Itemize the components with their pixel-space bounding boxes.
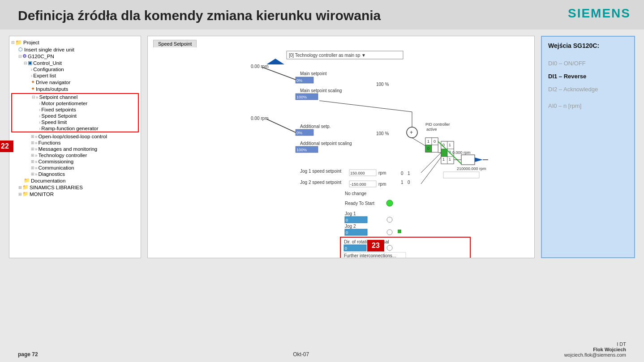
title-area: Definicja źródła dla komendy zmiana kier…: [0, 0, 644, 30]
tree-label: Control_Unit: [33, 60, 62, 66]
arrow-icon: ›: [39, 114, 40, 119]
svg-text:Jog 1: Jog 1: [345, 211, 356, 216]
info-line-ai0: AI0 – n [rpm]: [548, 102, 628, 109]
tree-label: MONITOR: [30, 192, 54, 197]
arrow-icon: »: [35, 147, 38, 152]
tree-item-functions[interactable]: ⊞ » Functions: [31, 140, 139, 146]
svg-text:0.00 rpm: 0.00 rpm: [251, 116, 268, 121]
arrow-icon: ›: [31, 67, 32, 72]
tree-item-inputs[interactable]: ✦ Inputs/outputs: [31, 85, 139, 92]
info-box-title: Wejścia SG120C:: [548, 42, 628, 49]
tree-item-sinamics[interactable]: ⊞ 📁 SINAMICS LIBRARIES: [18, 184, 139, 191]
tree-item-communication[interactable]: ⊞ » Communication: [31, 165, 139, 171]
tree-label: Configuration: [33, 67, 64, 72]
tree-item-control-unit[interactable]: ⊟ ▣ Control_Unit: [24, 60, 139, 66]
expand-icon: ⊟: [32, 95, 35, 99]
tree-label: Commissioning: [39, 159, 74, 164]
svg-text:1: 1: [442, 150, 445, 154]
svg-text:Jog 1 speed setpoint: Jog 1 speed setpoint: [300, 169, 342, 174]
tree-item-tech-controller[interactable]: ⊞ » Technology controller: [31, 152, 139, 158]
svg-text:1: 1: [449, 157, 451, 162]
tree-item-config[interactable]: › Configuration: [31, 66, 139, 72]
svg-point-81: [387, 245, 392, 251]
tree-item-motor-pot[interactable]: › Motor potentiometer: [39, 100, 138, 106]
inputs-icon: ✦: [31, 86, 35, 92]
tree-item-setpoint-channel[interactable]: ⊟ » Setpoint channel: [32, 94, 138, 100]
svg-text:100%: 100%: [296, 95, 307, 99]
tree-label: Communication: [39, 165, 74, 170]
footer: page 72 Okt-07 I DT Flok Wojciech wojcie…: [0, 341, 644, 358]
tree-item-commissioning[interactable]: ⊞ » Commissioning: [31, 158, 139, 165]
arrow-icon: ›: [39, 101, 40, 106]
tree-item-g120c[interactable]: ⊟ ⚙ G120C_PN: [18, 53, 139, 60]
svg-text:0: 0: [346, 218, 348, 222]
expand-icon: ⊞: [31, 166, 34, 170]
tree-item-messages[interactable]: ⊞ » Messages and monitoring: [31, 146, 139, 152]
tree-item-expert[interactable]: › Expert list: [31, 72, 139, 79]
folder-icon: 📁: [22, 184, 29, 190]
svg-text:rpm: rpm: [378, 182, 386, 187]
page-background: SIEMENS Definicja źródła dla komendy zmi…: [0, 0, 644, 362]
tree-label: Diagnostics: [39, 171, 65, 177]
svg-rect-76: [398, 230, 401, 233]
arrow-icon: »: [35, 159, 38, 164]
chip-icon: ▣: [28, 60, 32, 66]
tree-item-drive-nav[interactable]: ✦ Drive navigator: [31, 79, 139, 85]
plug-icon: ⬡: [18, 47, 23, 52]
footer-dept: I DT: [564, 341, 626, 347]
footer-author: Flok Wojciech: [564, 347, 626, 352]
svg-text:rpm: rpm: [378, 170, 386, 175]
svg-text:0: 0: [401, 171, 404, 176]
svg-text:100%: 100%: [296, 148, 307, 152]
tree-label: Expert list: [33, 73, 56, 78]
svg-text:0.00 rpm: 0.00 rpm: [251, 64, 268, 69]
tree-item-documentation[interactable]: 📁 Documentation: [24, 177, 139, 184]
svg-text:PID controller: PID controller: [425, 122, 450, 127]
arrow-icon: »: [35, 141, 38, 145]
svg-text:-150.000: -150.000: [350, 182, 366, 187]
svg-text:+: +: [410, 129, 413, 136]
svg-text:100 %: 100 %: [376, 131, 389, 136]
expand-icon: ⊞: [31, 159, 34, 164]
tree-item-diagnostics[interactable]: ⊞ » Diagnostics: [31, 171, 139, 177]
svg-text:100 %: 100 %: [376, 82, 389, 87]
svg-rect-52: [443, 172, 479, 178]
tree-item-fixed-setpoints[interactable]: › Fixed setpoints: [39, 106, 138, 113]
tree-label: Speed Setpoint: [41, 113, 77, 119]
tree-item-open-closed[interactable]: ⊞ » Open-loop/closed-loop control: [31, 133, 139, 140]
tree-item-ramp[interactable]: › Ramp-function generator: [39, 125, 138, 132]
svg-text:0: 0: [434, 139, 436, 144]
expand-icon: ⊞: [31, 172, 34, 176]
svg-rect-79: [344, 245, 366, 251]
svg-text:0: 0: [345, 246, 347, 251]
tree-label: Open-loop/closed-loop control: [39, 134, 107, 139]
svg-text:Additional setp.: Additional setp.: [300, 124, 331, 129]
arrow-icon: »: [36, 95, 39, 100]
expand-icon: ⊞: [18, 185, 22, 190]
tree-label: Drive navigator: [36, 80, 70, 85]
tree-panel: ⊟ 📁 Project ⬡ Insert single drive unit ⊟…: [9, 36, 141, 258]
svg-text:0: 0: [346, 230, 348, 235]
tree-item-insert[interactable]: ⬡ Insert single drive unit: [18, 46, 139, 53]
tree-label: Insert single drive unit: [24, 47, 74, 52]
folder-icon: 📁: [15, 39, 22, 46]
info-line-di1: DI1 – Reverse: [548, 73, 628, 80]
tree-label: Speed limit: [41, 119, 67, 125]
speed-setpoint-tab[interactable]: Speed Setpoint: [153, 40, 197, 47]
svg-text:0%: 0%: [296, 78, 302, 83]
star-icon: ✦: [31, 79, 35, 85]
tree-item-speed-setpoint[interactable]: › Speed Setpoint: [39, 113, 138, 119]
tree-item-monitor[interactable]: ⊞ 📁 MONITOR: [18, 191, 139, 197]
svg-text:Jog 2 speed setpoint: Jog 2 speed setpoint: [300, 180, 342, 185]
svg-text:[0] Technology controller as m: [0] Technology controller as main sp ▼: [289, 53, 366, 58]
tree-label: Messages and monitoring: [39, 146, 98, 152]
svg-rect-29: [432, 145, 438, 152]
arrow-icon: ›: [39, 126, 40, 131]
tree-label: Functions: [39, 140, 61, 145]
tree-item-speed-limit[interactable]: › Speed limit: [39, 119, 138, 125]
info-line-di2: DI2 – Acknowledge: [548, 86, 628, 93]
badge-22: 22: [0, 141, 13, 152]
expand-icon: ⊟: [24, 61, 27, 65]
tree-label: Project: [23, 40, 39, 45]
tree-item-project[interactable]: ⊟ 📁 Project: [11, 39, 139, 46]
